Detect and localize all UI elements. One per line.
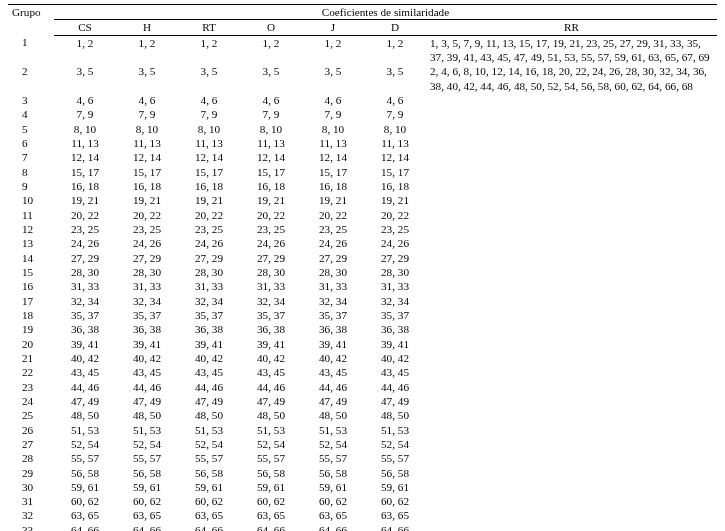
cell-coef: 16, 18 <box>364 179 426 193</box>
cell-coef: 64, 66 <box>54 523 116 531</box>
table-row: 1324, 2624, 2624, 2624, 2624, 2624, 26 <box>8 236 717 250</box>
cell-grupo: 33 <box>8 523 54 531</box>
cell-coef: 51, 53 <box>178 423 240 437</box>
cell-coef: 43, 45 <box>116 365 178 379</box>
cell-rr <box>426 107 717 121</box>
cell-coef: 36, 38 <box>302 322 364 336</box>
cell-coef: 3, 5 <box>364 64 426 93</box>
cell-coef: 27, 29 <box>302 251 364 265</box>
cell-coef: 35, 37 <box>364 308 426 322</box>
cell-coef: 8, 10 <box>364 122 426 136</box>
cell-coef: 20, 22 <box>178 208 240 222</box>
cell-coef: 7, 9 <box>116 107 178 121</box>
cell-coef: 55, 57 <box>240 451 302 465</box>
cell-rr: 1, 3, 5, 7, 9, 11, 13, 15, 17, 19, 21, 2… <box>426 35 717 64</box>
cell-coef: 24, 26 <box>116 236 178 250</box>
cell-coef: 32, 34 <box>116 294 178 308</box>
cell-coef: 40, 42 <box>240 351 302 365</box>
cell-coef: 15, 17 <box>302 165 364 179</box>
cell-coef: 40, 42 <box>54 351 116 365</box>
cell-coef: 64, 66 <box>116 523 178 531</box>
cell-coef: 60, 62 <box>240 494 302 508</box>
cell-coef: 12, 14 <box>54 150 116 164</box>
cell-coef: 15, 17 <box>178 165 240 179</box>
cell-coef: 48, 50 <box>240 408 302 422</box>
cell-coef: 63, 65 <box>116 508 178 522</box>
cell-coef: 39, 41 <box>302 337 364 351</box>
cell-grupo: 25 <box>8 408 54 422</box>
cell-grupo: 8 <box>8 165 54 179</box>
cell-coef: 7, 9 <box>302 107 364 121</box>
cell-coef: 47, 49 <box>364 394 426 408</box>
cell-coef: 28, 30 <box>364 265 426 279</box>
cell-grupo: 11 <box>8 208 54 222</box>
cell-coef: 1, 2 <box>240 35 302 64</box>
cell-coef: 43, 45 <box>178 365 240 379</box>
cell-grupo: 10 <box>8 193 54 207</box>
cell-coef: 52, 54 <box>240 437 302 451</box>
cell-coef: 16, 18 <box>116 179 178 193</box>
cell-coef: 24, 26 <box>240 236 302 250</box>
table-row: 2447, 4947, 4947, 4947, 4947, 4947, 49 <box>8 394 717 408</box>
cell-rr <box>426 308 717 322</box>
cell-grupo: 9 <box>8 179 54 193</box>
cell-coef: 59, 61 <box>364 480 426 494</box>
cell-coef: 1, 2 <box>302 35 364 64</box>
cell-coef: 7, 9 <box>240 107 302 121</box>
cell-coef: 7, 9 <box>178 107 240 121</box>
cell-rr <box>426 466 717 480</box>
cell-coef: 4, 6 <box>178 93 240 107</box>
col-header-rt: RT <box>178 20 240 35</box>
cell-grupo: 4 <box>8 107 54 121</box>
cell-coef: 51, 53 <box>54 423 116 437</box>
cell-coef: 12, 14 <box>178 150 240 164</box>
cell-coef: 4, 6 <box>54 93 116 107</box>
cell-coef: 3, 5 <box>302 64 364 93</box>
table-row: 3263, 6563, 6563, 6563, 6563, 6563, 65 <box>8 508 717 522</box>
cell-coef: 20, 22 <box>364 208 426 222</box>
table-row: 2752, 5452, 5452, 5452, 5452, 5452, 54 <box>8 437 717 451</box>
cell-coef: 27, 29 <box>116 251 178 265</box>
cell-coef: 47, 49 <box>116 394 178 408</box>
cell-coef: 55, 57 <box>116 451 178 465</box>
cell-coef: 63, 65 <box>178 508 240 522</box>
cell-coef: 31, 33 <box>178 279 240 293</box>
table-row: 2855, 5755, 5755, 5755, 5755, 5755, 57 <box>8 451 717 465</box>
table-row: 3059, 6159, 6159, 6159, 6159, 6159, 61 <box>8 480 717 494</box>
cell-grupo: 32 <box>8 508 54 522</box>
cell-coef: 8, 10 <box>116 122 178 136</box>
cell-coef: 19, 21 <box>116 193 178 207</box>
cell-grupo: 31 <box>8 494 54 508</box>
cell-coef: 7, 9 <box>54 107 116 121</box>
cell-coef: 20, 22 <box>302 208 364 222</box>
cell-coef: 28, 30 <box>240 265 302 279</box>
cell-coef: 60, 62 <box>178 494 240 508</box>
cell-coef: 4, 6 <box>364 93 426 107</box>
cell-coef: 36, 38 <box>240 322 302 336</box>
cell-coef: 32, 34 <box>364 294 426 308</box>
cell-coef: 63, 65 <box>240 508 302 522</box>
table-row: 47, 97, 97, 97, 97, 97, 9 <box>8 107 717 121</box>
cell-rr <box>426 136 717 150</box>
table-row: 2039, 4139, 4139, 4139, 4139, 4139, 41 <box>8 337 717 351</box>
cell-coef: 60, 62 <box>302 494 364 508</box>
cell-coef: 48, 50 <box>302 408 364 422</box>
cell-coef: 11, 13 <box>54 136 116 150</box>
cell-coef: 43, 45 <box>364 365 426 379</box>
cell-coef: 59, 61 <box>240 480 302 494</box>
table-body: 11, 21, 21, 21, 21, 21, 21, 3, 5, 7, 9, … <box>8 35 717 531</box>
cell-coef: 48, 50 <box>178 408 240 422</box>
table-row: 1120, 2220, 2220, 2220, 2220, 2220, 22 <box>8 208 717 222</box>
cell-coef: 39, 41 <box>240 337 302 351</box>
cell-rr <box>426 423 717 437</box>
cell-coef: 55, 57 <box>54 451 116 465</box>
cell-coef: 16, 18 <box>302 179 364 193</box>
cell-coef: 8, 10 <box>240 122 302 136</box>
cell-coef: 47, 49 <box>302 394 364 408</box>
cell-coef: 8, 10 <box>178 122 240 136</box>
cell-coef: 7, 9 <box>364 107 426 121</box>
cell-coef: 15, 17 <box>54 165 116 179</box>
cell-coef: 44, 46 <box>116 380 178 394</box>
cell-coef: 43, 45 <box>302 365 364 379</box>
cell-rr <box>426 337 717 351</box>
